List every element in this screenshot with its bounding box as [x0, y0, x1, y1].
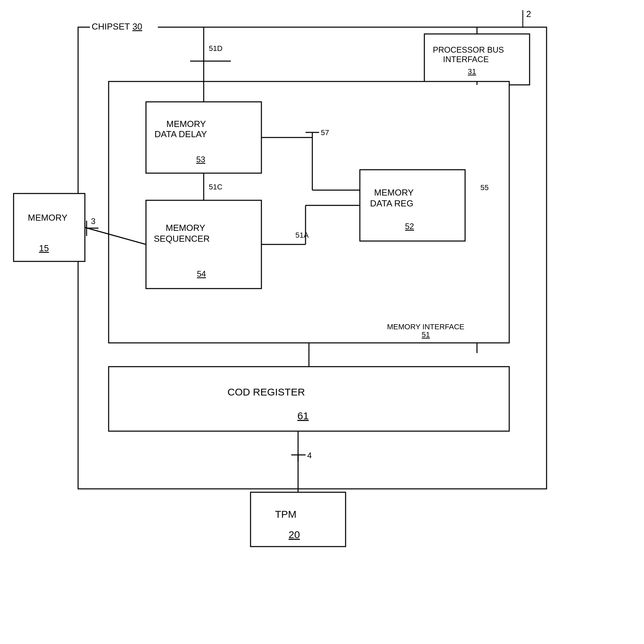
- svg-text:53: 53: [196, 155, 205, 164]
- svg-text:61: 61: [297, 410, 309, 421]
- svg-text:51D: 51D: [209, 44, 222, 53]
- svg-text:15: 15: [39, 243, 49, 253]
- svg-text:30: 30: [132, 21, 142, 32]
- svg-text:51C: 51C: [209, 183, 222, 191]
- svg-text:51: 51: [422, 330, 430, 339]
- svg-text:DATA DELAY: DATA DELAY: [154, 129, 207, 139]
- svg-text:MEMORY: MEMORY: [166, 223, 205, 233]
- svg-text:MEMORY: MEMORY: [28, 213, 68, 223]
- svg-text:31: 31: [468, 67, 476, 76]
- svg-rect-94: [14, 194, 85, 261]
- svg-text:20: 20: [289, 529, 300, 540]
- svg-text:CHIPSET: CHIPSET: [92, 21, 130, 32]
- svg-text:SEQUENCER: SEQUENCER: [154, 234, 210, 244]
- svg-text:INTERFACE: INTERFACE: [443, 55, 489, 64]
- svg-text:MEMORY INTERFACE: MEMORY INTERFACE: [387, 323, 464, 331]
- svg-text:COD REGISTER: COD REGISTER: [227, 386, 305, 398]
- svg-text:DATA REG: DATA REG: [370, 198, 413, 208]
- svg-text:54: 54: [197, 269, 206, 278]
- svg-text:MEMORY: MEMORY: [166, 119, 206, 129]
- svg-text:55: 55: [480, 183, 489, 192]
- svg-rect-91: [109, 367, 509, 431]
- svg-text:TPM: TPM: [275, 509, 296, 520]
- svg-text:MEMORY: MEMORY: [374, 187, 414, 198]
- svg-text:52: 52: [405, 222, 414, 231]
- svg-text:57: 57: [321, 128, 329, 137]
- svg-text:3: 3: [91, 217, 95, 226]
- svg-text:2: 2: [526, 9, 531, 19]
- svg-text:4: 4: [307, 451, 312, 460]
- svg-text:51A: 51A: [295, 231, 309, 239]
- svg-text:PROCESSOR BUS: PROCESSOR BUS: [433, 45, 504, 54]
